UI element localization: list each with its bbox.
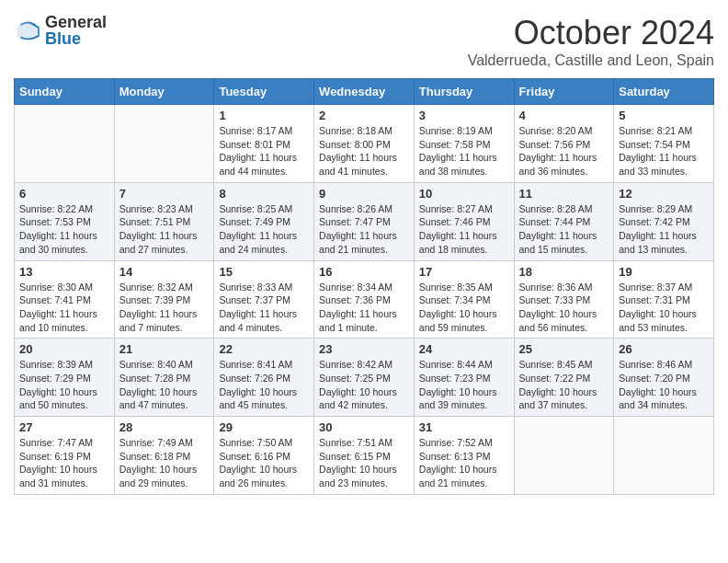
logo-icon — [14, 17, 41, 44]
day-number: 31 — [419, 420, 509, 434]
logo: General Blue — [14, 14, 107, 47]
day-number: 8 — [219, 187, 309, 201]
day-number: 11 — [519, 187, 609, 201]
day-number: 30 — [319, 420, 409, 434]
cell-content: Sunrise: 7:52 AM Sunset: 6:13 PM Dayligh… — [419, 436, 509, 490]
cell-content: Sunrise: 8:44 AM Sunset: 7:23 PM Dayligh… — [419, 358, 509, 412]
calendar-cell — [15, 105, 115, 183]
cell-content: Sunrise: 8:28 AM Sunset: 7:44 PM Dayligh… — [519, 202, 609, 257]
day-number: 17 — [419, 265, 509, 279]
calendar-cell: 7Sunrise: 8:23 AM Sunset: 7:51 PM Daylig… — [114, 182, 214, 260]
calendar-cell: 27Sunrise: 7:47 AM Sunset: 6:19 PM Dayli… — [15, 417, 115, 495]
day-number: 3 — [419, 109, 509, 122]
day-number: 19 — [619, 265, 709, 279]
calendar-cell: 13Sunrise: 8:30 AM Sunset: 7:41 PM Dayli… — [15, 260, 115, 339]
day-number: 6 — [19, 187, 109, 201]
calendar-cell: 25Sunrise: 8:45 AM Sunset: 7:22 PM Dayli… — [514, 339, 614, 417]
week-row-2: 6Sunrise: 8:22 AM Sunset: 7:53 PM Daylig… — [15, 182, 714, 260]
day-number: 18 — [519, 265, 609, 279]
calendar-cell: 9Sunrise: 8:26 AM Sunset: 7:47 PM Daylig… — [314, 182, 415, 260]
cell-content: Sunrise: 8:42 AM Sunset: 7:25 PM Dayligh… — [319, 358, 409, 412]
title-block: October 2024 Valderrueda, Castille and L… — [468, 14, 714, 69]
day-header-sunday: Sunday — [15, 79, 115, 105]
day-number: 13 — [19, 265, 109, 279]
calendar-cell: 4Sunrise: 8:20 AM Sunset: 7:56 PM Daylig… — [514, 105, 614, 183]
calendar-cell: 12Sunrise: 8:29 AM Sunset: 7:42 PM Dayli… — [614, 182, 714, 260]
day-number: 9 — [319, 187, 409, 201]
cell-content: Sunrise: 8:33 AM Sunset: 7:37 PM Dayligh… — [219, 281, 309, 335]
day-number: 1 — [219, 109, 309, 122]
cell-content: Sunrise: 8:36 AM Sunset: 7:33 PM Dayligh… — [519, 281, 609, 335]
day-number: 12 — [619, 187, 709, 201]
calendar-cell: 21Sunrise: 8:40 AM Sunset: 7:28 PM Dayli… — [114, 339, 214, 417]
location-title: Valderrueda, Castille and Leon, Spain — [468, 52, 714, 69]
cell-content: Sunrise: 8:37 AM Sunset: 7:31 PM Dayligh… — [619, 281, 709, 335]
calendar-cell: 17Sunrise: 8:35 AM Sunset: 7:34 PM Dayli… — [414, 260, 514, 339]
cell-content: Sunrise: 8:19 AM Sunset: 7:58 PM Dayligh… — [419, 124, 509, 178]
day-header-saturday: Saturday — [614, 79, 714, 105]
day-number: 29 — [219, 420, 309, 434]
cell-content: Sunrise: 8:22 AM Sunset: 7:53 PM Dayligh… — [19, 202, 109, 257]
calendar-cell: 10Sunrise: 8:27 AM Sunset: 7:46 PM Dayli… — [414, 182, 514, 260]
calendar-cell: 11Sunrise: 8:28 AM Sunset: 7:44 PM Dayli… — [514, 182, 614, 260]
calendar-cell: 2Sunrise: 8:18 AM Sunset: 8:00 PM Daylig… — [314, 105, 415, 183]
day-number: 25 — [519, 342, 609, 356]
day-number: 4 — [519, 109, 609, 122]
header-row: SundayMondayTuesdayWednesdayThursdayFrid… — [15, 79, 714, 105]
month-title: October 2024 — [468, 14, 714, 52]
day-header-tuesday: Tuesday — [214, 79, 314, 105]
calendar-cell: 31Sunrise: 7:52 AM Sunset: 6:13 PM Dayli… — [414, 417, 514, 495]
day-number: 28 — [119, 420, 210, 434]
day-number: 14 — [119, 265, 210, 279]
calendar-cell: 28Sunrise: 7:49 AM Sunset: 6:18 PM Dayli… — [114, 417, 214, 495]
calendar-cell: 1Sunrise: 8:17 AM Sunset: 8:01 PM Daylig… — [214, 105, 314, 183]
cell-content: Sunrise: 7:50 AM Sunset: 6:16 PM Dayligh… — [219, 436, 309, 490]
day-number: 16 — [319, 265, 409, 279]
day-number: 21 — [119, 342, 210, 356]
logo-general: General — [45, 13, 107, 31]
day-number: 2 — [319, 109, 409, 122]
calendar-cell: 3Sunrise: 8:19 AM Sunset: 7:58 PM Daylig… — [414, 105, 514, 183]
day-number: 26 — [619, 342, 709, 356]
calendar-cell: 16Sunrise: 8:34 AM Sunset: 7:36 PM Dayli… — [314, 260, 415, 339]
cell-content: Sunrise: 8:32 AM Sunset: 7:39 PM Dayligh… — [119, 281, 210, 335]
calendar-cell: 23Sunrise: 8:42 AM Sunset: 7:25 PM Dayli… — [314, 339, 415, 417]
page-header: General Blue October 2024 Valderrueda, C… — [14, 14, 714, 69]
week-row-5: 27Sunrise: 7:47 AM Sunset: 6:19 PM Dayli… — [15, 417, 714, 495]
cell-content: Sunrise: 8:46 AM Sunset: 7:20 PM Dayligh… — [619, 358, 709, 412]
day-number: 10 — [419, 187, 509, 201]
day-number: 5 — [619, 109, 709, 122]
calendar-cell: 30Sunrise: 7:51 AM Sunset: 6:15 PM Dayli… — [314, 417, 415, 495]
calendar-cell: 24Sunrise: 8:44 AM Sunset: 7:23 PM Dayli… — [414, 339, 514, 417]
cell-content: Sunrise: 8:23 AM Sunset: 7:51 PM Dayligh… — [119, 202, 210, 257]
calendar-cell: 22Sunrise: 8:41 AM Sunset: 7:26 PM Dayli… — [214, 339, 314, 417]
cell-content: Sunrise: 8:27 AM Sunset: 7:46 PM Dayligh… — [419, 202, 509, 257]
week-row-3: 13Sunrise: 8:30 AM Sunset: 7:41 PM Dayli… — [15, 260, 714, 339]
day-number: 27 — [19, 420, 109, 434]
cell-content: Sunrise: 7:49 AM Sunset: 6:18 PM Dayligh… — [119, 436, 210, 490]
calendar-cell — [114, 105, 214, 183]
cell-content: Sunrise: 8:26 AM Sunset: 7:47 PM Dayligh… — [319, 202, 409, 257]
day-header-monday: Monday — [114, 79, 214, 105]
cell-content: Sunrise: 8:41 AM Sunset: 7:26 PM Dayligh… — [219, 358, 309, 412]
calendar-table: SundayMondayTuesdayWednesdayThursdayFrid… — [14, 78, 714, 495]
cell-content: Sunrise: 8:29 AM Sunset: 7:42 PM Dayligh… — [619, 202, 709, 257]
logo-text: General Blue — [45, 14, 107, 47]
day-number: 15 — [219, 265, 309, 279]
cell-content: Sunrise: 8:45 AM Sunset: 7:22 PM Dayligh… — [519, 358, 609, 412]
calendar-cell: 20Sunrise: 8:39 AM Sunset: 7:29 PM Dayli… — [15, 339, 115, 417]
day-number: 7 — [119, 187, 210, 201]
day-header-friday: Friday — [514, 79, 614, 105]
calendar-cell — [514, 417, 614, 495]
cell-content: Sunrise: 8:39 AM Sunset: 7:29 PM Dayligh… — [19, 358, 109, 412]
calendar-cell: 5Sunrise: 8:21 AM Sunset: 7:54 PM Daylig… — [614, 105, 714, 183]
logo-blue: Blue — [45, 29, 81, 48]
cell-content: Sunrise: 7:51 AM Sunset: 6:15 PM Dayligh… — [319, 436, 409, 490]
cell-content: Sunrise: 8:40 AM Sunset: 7:28 PM Dayligh… — [119, 358, 210, 412]
calendar-cell — [614, 417, 714, 495]
day-number: 23 — [319, 342, 409, 356]
cell-content: Sunrise: 8:35 AM Sunset: 7:34 PM Dayligh… — [419, 281, 509, 335]
calendar-cell: 15Sunrise: 8:33 AM Sunset: 7:37 PM Dayli… — [214, 260, 314, 339]
day-number: 22 — [219, 342, 309, 356]
week-row-1: 1Sunrise: 8:17 AM Sunset: 8:01 PM Daylig… — [15, 105, 714, 183]
